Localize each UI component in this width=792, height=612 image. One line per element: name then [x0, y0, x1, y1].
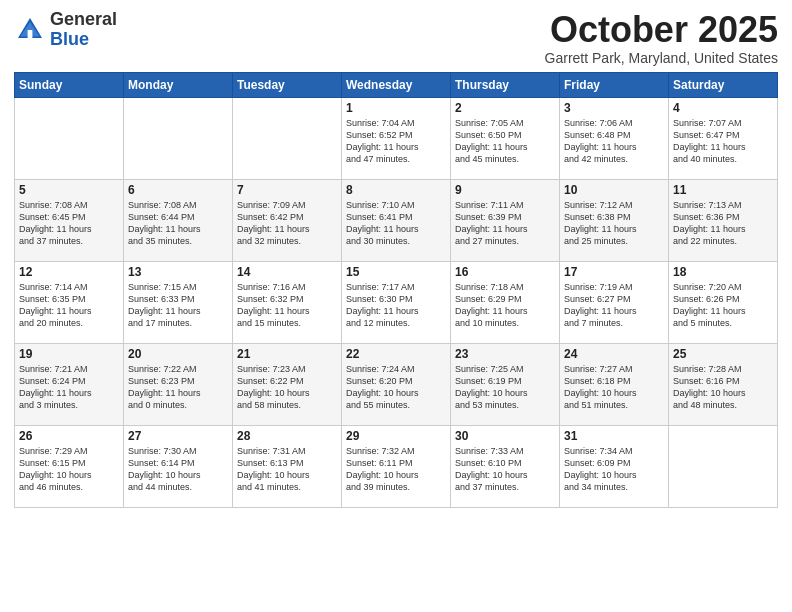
logo-general-text: General [50, 10, 117, 30]
day-number: 12 [19, 265, 119, 279]
calendar-cell: 18Sunrise: 7:20 AM Sunset: 6:26 PM Dayli… [669, 261, 778, 343]
calendar-cell: 2Sunrise: 7:05 AM Sunset: 6:50 PM Daylig… [451, 97, 560, 179]
weekday-header-friday: Friday [560, 72, 669, 97]
calendar-cell: 19Sunrise: 7:21 AM Sunset: 6:24 PM Dayli… [15, 343, 124, 425]
calendar-cell: 31Sunrise: 7:34 AM Sunset: 6:09 PM Dayli… [560, 425, 669, 507]
calendar-cell: 12Sunrise: 7:14 AM Sunset: 6:35 PM Dayli… [15, 261, 124, 343]
day-number: 10 [564, 183, 664, 197]
day-info: Sunrise: 7:08 AM Sunset: 6:45 PM Dayligh… [19, 199, 119, 248]
logo-text: General Blue [50, 10, 117, 50]
calendar-cell: 14Sunrise: 7:16 AM Sunset: 6:32 PM Dayli… [233, 261, 342, 343]
day-number: 21 [237, 347, 337, 361]
weekday-header-saturday: Saturday [669, 72, 778, 97]
day-info: Sunrise: 7:23 AM Sunset: 6:22 PM Dayligh… [237, 363, 337, 412]
day-info: Sunrise: 7:06 AM Sunset: 6:48 PM Dayligh… [564, 117, 664, 166]
day-number: 14 [237, 265, 337, 279]
weekday-header-thursday: Thursday [451, 72, 560, 97]
day-info: Sunrise: 7:21 AM Sunset: 6:24 PM Dayligh… [19, 363, 119, 412]
page: General Blue October 2025 Garrett Park, … [0, 0, 792, 612]
day-number: 18 [673, 265, 773, 279]
day-number: 15 [346, 265, 446, 279]
day-info: Sunrise: 7:09 AM Sunset: 6:42 PM Dayligh… [237, 199, 337, 248]
calendar-cell [15, 97, 124, 179]
calendar-cell: 29Sunrise: 7:32 AM Sunset: 6:11 PM Dayli… [342, 425, 451, 507]
day-info: Sunrise: 7:34 AM Sunset: 6:09 PM Dayligh… [564, 445, 664, 494]
day-info: Sunrise: 7:12 AM Sunset: 6:38 PM Dayligh… [564, 199, 664, 248]
day-info: Sunrise: 7:29 AM Sunset: 6:15 PM Dayligh… [19, 445, 119, 494]
calendar-cell: 5Sunrise: 7:08 AM Sunset: 6:45 PM Daylig… [15, 179, 124, 261]
day-info: Sunrise: 7:04 AM Sunset: 6:52 PM Dayligh… [346, 117, 446, 166]
day-info: Sunrise: 7:32 AM Sunset: 6:11 PM Dayligh… [346, 445, 446, 494]
week-row-4: 19Sunrise: 7:21 AM Sunset: 6:24 PM Dayli… [15, 343, 778, 425]
day-number: 23 [455, 347, 555, 361]
day-number: 17 [564, 265, 664, 279]
calendar-cell: 16Sunrise: 7:18 AM Sunset: 6:29 PM Dayli… [451, 261, 560, 343]
calendar-cell: 25Sunrise: 7:28 AM Sunset: 6:16 PM Dayli… [669, 343, 778, 425]
day-info: Sunrise: 7:13 AM Sunset: 6:36 PM Dayligh… [673, 199, 773, 248]
calendar-cell: 9Sunrise: 7:11 AM Sunset: 6:39 PM Daylig… [451, 179, 560, 261]
day-number: 31 [564, 429, 664, 443]
calendar-cell [669, 425, 778, 507]
day-number: 29 [346, 429, 446, 443]
day-info: Sunrise: 7:17 AM Sunset: 6:30 PM Dayligh… [346, 281, 446, 330]
day-info: Sunrise: 7:30 AM Sunset: 6:14 PM Dayligh… [128, 445, 228, 494]
calendar-cell: 8Sunrise: 7:10 AM Sunset: 6:41 PM Daylig… [342, 179, 451, 261]
day-info: Sunrise: 7:14 AM Sunset: 6:35 PM Dayligh… [19, 281, 119, 330]
calendar-cell: 20Sunrise: 7:22 AM Sunset: 6:23 PM Dayli… [124, 343, 233, 425]
weekday-header-row: SundayMondayTuesdayWednesdayThursdayFrid… [15, 72, 778, 97]
day-number: 9 [455, 183, 555, 197]
day-info: Sunrise: 7:10 AM Sunset: 6:41 PM Dayligh… [346, 199, 446, 248]
calendar-cell: 7Sunrise: 7:09 AM Sunset: 6:42 PM Daylig… [233, 179, 342, 261]
title-block: October 2025 Garrett Park, Maryland, Uni… [545, 10, 778, 66]
day-info: Sunrise: 7:33 AM Sunset: 6:10 PM Dayligh… [455, 445, 555, 494]
calendar-cell: 27Sunrise: 7:30 AM Sunset: 6:14 PM Dayli… [124, 425, 233, 507]
day-info: Sunrise: 7:27 AM Sunset: 6:18 PM Dayligh… [564, 363, 664, 412]
calendar-cell: 21Sunrise: 7:23 AM Sunset: 6:22 PM Dayli… [233, 343, 342, 425]
day-number: 30 [455, 429, 555, 443]
day-info: Sunrise: 7:28 AM Sunset: 6:16 PM Dayligh… [673, 363, 773, 412]
calendar-cell: 10Sunrise: 7:12 AM Sunset: 6:38 PM Dayli… [560, 179, 669, 261]
day-number: 20 [128, 347, 228, 361]
week-row-1: 1Sunrise: 7:04 AM Sunset: 6:52 PM Daylig… [15, 97, 778, 179]
day-number: 4 [673, 101, 773, 115]
calendar-cell: 15Sunrise: 7:17 AM Sunset: 6:30 PM Dayli… [342, 261, 451, 343]
week-row-2: 5Sunrise: 7:08 AM Sunset: 6:45 PM Daylig… [15, 179, 778, 261]
day-info: Sunrise: 7:05 AM Sunset: 6:50 PM Dayligh… [455, 117, 555, 166]
header: General Blue October 2025 Garrett Park, … [14, 10, 778, 66]
calendar-cell: 13Sunrise: 7:15 AM Sunset: 6:33 PM Dayli… [124, 261, 233, 343]
day-info: Sunrise: 7:20 AM Sunset: 6:26 PM Dayligh… [673, 281, 773, 330]
day-info: Sunrise: 7:16 AM Sunset: 6:32 PM Dayligh… [237, 281, 337, 330]
logo: General Blue [14, 10, 117, 50]
day-number: 5 [19, 183, 119, 197]
calendar-cell: 3Sunrise: 7:06 AM Sunset: 6:48 PM Daylig… [560, 97, 669, 179]
calendar-cell [124, 97, 233, 179]
calendar-table: SundayMondayTuesdayWednesdayThursdayFrid… [14, 72, 778, 508]
svg-rect-2 [28, 30, 33, 38]
calendar-cell: 26Sunrise: 7:29 AM Sunset: 6:15 PM Dayli… [15, 425, 124, 507]
day-number: 7 [237, 183, 337, 197]
logo-blue-text: Blue [50, 30, 117, 50]
weekday-header-tuesday: Tuesday [233, 72, 342, 97]
weekday-header-wednesday: Wednesday [342, 72, 451, 97]
location: Garrett Park, Maryland, United States [545, 50, 778, 66]
calendar-cell: 24Sunrise: 7:27 AM Sunset: 6:18 PM Dayli… [560, 343, 669, 425]
calendar-cell: 1Sunrise: 7:04 AM Sunset: 6:52 PM Daylig… [342, 97, 451, 179]
day-number: 25 [673, 347, 773, 361]
day-number: 19 [19, 347, 119, 361]
day-number: 11 [673, 183, 773, 197]
weekday-header-monday: Monday [124, 72, 233, 97]
month-title: October 2025 [545, 10, 778, 50]
day-info: Sunrise: 7:25 AM Sunset: 6:19 PM Dayligh… [455, 363, 555, 412]
calendar-cell: 30Sunrise: 7:33 AM Sunset: 6:10 PM Dayli… [451, 425, 560, 507]
day-number: 13 [128, 265, 228, 279]
calendar-cell: 4Sunrise: 7:07 AM Sunset: 6:47 PM Daylig… [669, 97, 778, 179]
calendar-cell [233, 97, 342, 179]
day-number: 28 [237, 429, 337, 443]
day-info: Sunrise: 7:24 AM Sunset: 6:20 PM Dayligh… [346, 363, 446, 412]
day-number: 6 [128, 183, 228, 197]
weekday-header-sunday: Sunday [15, 72, 124, 97]
calendar-cell: 28Sunrise: 7:31 AM Sunset: 6:13 PM Dayli… [233, 425, 342, 507]
calendar-cell: 11Sunrise: 7:13 AM Sunset: 6:36 PM Dayli… [669, 179, 778, 261]
calendar-cell: 17Sunrise: 7:19 AM Sunset: 6:27 PM Dayli… [560, 261, 669, 343]
week-row-5: 26Sunrise: 7:29 AM Sunset: 6:15 PM Dayli… [15, 425, 778, 507]
